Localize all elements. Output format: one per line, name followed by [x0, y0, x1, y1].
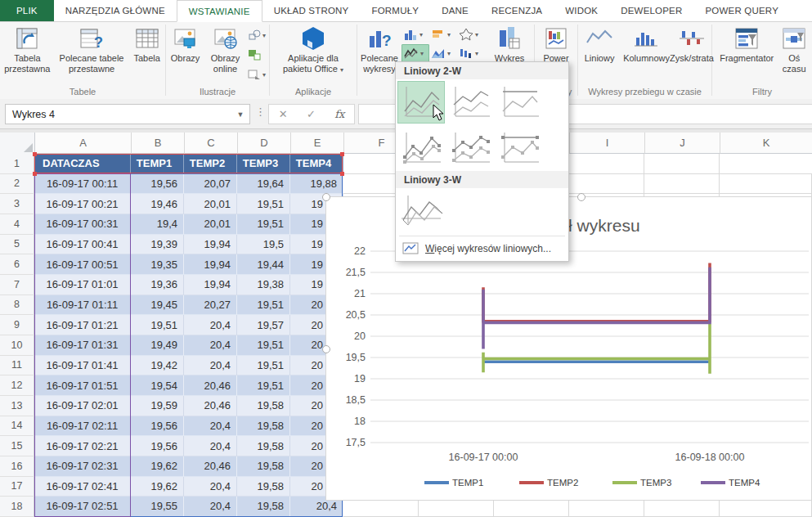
row-header-6[interactable]: 6 — [0, 254, 34, 275]
select-all-corner[interactable] — [0, 133, 35, 155]
cell-A17[interactable]: 16-09-17 02:41 — [34, 477, 131, 497]
cell-A15[interactable]: 16-09-17 02:21 — [34, 436, 131, 456]
cell-E2[interactable]: 19,88 — [290, 174, 343, 195]
cell-D7[interactable]: 19,38 — [237, 275, 290, 295]
line-2d-thumb-1[interactable] — [397, 81, 445, 124]
cell-D11[interactable]: 19,51 — [237, 356, 290, 376]
cell-D16[interactable]: 19,58 — [237, 456, 290, 477]
col-header-B[interactable]: B — [132, 133, 185, 154]
cell-I1[interactable] — [569, 154, 644, 174]
row-header-14[interactable]: 14 — [0, 416, 34, 437]
row-header-4[interactable]: 4 — [0, 214, 34, 235]
cell-C9[interactable]: 20,4 — [184, 315, 237, 335]
pictures-button[interactable]: Obrazy — [166, 24, 204, 64]
row-header-11[interactable]: 11 — [0, 356, 34, 376]
cell-D18[interactable]: 19,58 — [237, 497, 290, 517]
cell-D2[interactable]: 19,64 — [237, 174, 290, 195]
cell-B4[interactable]: 19,4 — [131, 214, 184, 235]
cell-D3[interactable]: 19,51 — [237, 194, 290, 214]
cell-B16[interactable]: 19,62 — [131, 456, 184, 477]
row-header-10[interactable]: 10 — [0, 335, 34, 356]
cell-B3[interactable]: 19,46 — [131, 194, 184, 214]
tab-widok[interactable]: WIDOK — [554, 0, 609, 21]
cell-D15[interactable]: 19,58 — [237, 436, 290, 456]
insert-radar-chart-button[interactable]: ▾ — [457, 25, 485, 43]
cell-C2[interactable]: 20,07 — [184, 174, 237, 195]
cell-C4[interactable]: 20,01 — [184, 214, 237, 235]
tab-power-query[interactable]: POWER QUERY — [694, 0, 791, 21]
online-pictures-button[interactable]: Obrazy online — [204, 24, 246, 74]
tab-recenzja[interactable]: RECENZJA — [480, 0, 554, 21]
cell-C16[interactable]: 20,46 — [184, 456, 237, 477]
cell-K1[interactable] — [720, 154, 812, 174]
row-header-1[interactable]: 1 — [0, 154, 34, 174]
tab-układ-strony[interactable]: UKŁAD STRONY — [262, 0, 361, 21]
cell-B14[interactable]: 19,56 — [131, 416, 184, 437]
cell-D1[interactable]: TEMP3 — [237, 154, 290, 174]
tab-wstawianie[interactable]: WSTAWIANIE — [177, 0, 262, 22]
cell-D10[interactable]: 19,51 — [237, 335, 290, 356]
pivot-table-button[interactable]: Tabela przestawna — [0, 24, 55, 74]
cell-A16[interactable]: 16-09-17 02:31 — [34, 456, 131, 477]
cell-C6[interactable]: 19,94 — [184, 254, 237, 275]
cell-B13[interactable]: 19,59 — [131, 396, 184, 416]
row-header-3[interactable]: 3 — [0, 194, 34, 214]
chart-resize-handle[interactable] — [322, 193, 330, 201]
cell-D4[interactable]: 19,51 — [237, 214, 290, 235]
cell-D12[interactable]: 19,51 — [237, 375, 290, 396]
col-header-K[interactable]: K — [720, 133, 812, 154]
cell-A10[interactable]: 16-09-17 01:31 — [34, 335, 131, 356]
cell-B15[interactable]: 19,56 — [131, 436, 184, 456]
name-box-dropdown-arrow[interactable]: ▼ — [231, 110, 249, 119]
insert-bar-chart-button[interactable]: ▾ — [429, 25, 457, 43]
sparkline-line-button[interactable]: Liniowy — [578, 24, 621, 64]
cell-B10[interactable]: 19,49 — [131, 335, 184, 356]
insert-stock-chart-button[interactable]: ▾ — [457, 44, 485, 62]
chart-resize-handle[interactable] — [322, 345, 330, 353]
cell-D17[interactable]: 19,58 — [237, 477, 290, 497]
col-header-E[interactable]: E — [291, 133, 344, 154]
line-2d-marker-thumb-1[interactable] — [397, 127, 445, 169]
tab-narzędzia-główne[interactable]: NARZĘDZIA GŁÓWNE — [54, 0, 177, 21]
cell-A8[interactable]: 16-09-17 01:11 — [34, 295, 131, 316]
cell-C10[interactable]: 20,4 — [184, 335, 237, 356]
cell-C8[interactable]: 20,27 — [184, 295, 237, 316]
cell-A3[interactable]: 16-09-17 00:21 — [34, 194, 131, 214]
row-header-13[interactable]: 13 — [0, 396, 34, 416]
chart-resize-handle[interactable] — [577, 193, 585, 201]
cell-C5[interactable]: 19,94 — [184, 235, 237, 255]
cell-A9[interactable]: 16-09-17 01:21 — [34, 315, 131, 335]
shapes-button[interactable]: ▾ — [246, 27, 269, 43]
cell-C12[interactable]: 20,46 — [184, 375, 237, 396]
tab-deweloper[interactable]: DEWELOPER — [609, 0, 693, 21]
cell-D6[interactable]: 19,44 — [237, 254, 290, 275]
insert-column-chart-button[interactable]: ▾ — [402, 25, 429, 43]
cell-A6[interactable]: 16-09-17 00:51 — [34, 254, 131, 275]
cell-B11[interactable]: 19,42 — [131, 356, 184, 376]
row-header-7[interactable]: 7 — [0, 275, 34, 295]
cell-B17[interactable]: 19,62 — [131, 477, 184, 497]
row-header-5[interactable]: 5 — [0, 235, 34, 255]
cell-K2[interactable] — [720, 174, 812, 195]
recommended-pivot-button[interactable]: ? Polecane tabele przestawne — [55, 24, 129, 74]
smartart-button[interactable] — [246, 47, 269, 63]
cell-I2[interactable] — [569, 174, 644, 195]
cell-A5[interactable]: 16-09-17 00:41 — [34, 235, 131, 255]
cell-B12[interactable]: 19,54 — [131, 375, 184, 396]
cell-C17[interactable]: 20,4 — [184, 477, 237, 497]
line-3d-thumb-1[interactable] — [397, 190, 445, 232]
col-header-C[interactable]: C — [185, 133, 238, 154]
cell-B5[interactable]: 19,39 — [131, 235, 184, 255]
row-header-15[interactable]: 15 — [0, 436, 34, 456]
cell-A12[interactable]: 16-09-17 01:51 — [34, 375, 131, 396]
cell-C11[interactable]: 20,4 — [184, 356, 237, 376]
tab-plik[interactable]: PLIK — [0, 0, 54, 21]
line-2d-thumb-2[interactable] — [446, 81, 494, 124]
cell-D13[interactable]: 19,58 — [237, 396, 290, 416]
row-header-12[interactable]: 12 — [0, 375, 34, 396]
insert-function-button[interactable]: fx — [334, 108, 344, 120]
office-apps-button[interactable]: Aplikacje dla pakietu Office ▾ — [271, 24, 355, 75]
slicer-button[interactable]: Fragmentator — [717, 24, 776, 64]
cell-A18[interactable]: 16-09-17 02:51 — [34, 497, 131, 517]
row-header-8[interactable]: 8 — [0, 295, 34, 316]
